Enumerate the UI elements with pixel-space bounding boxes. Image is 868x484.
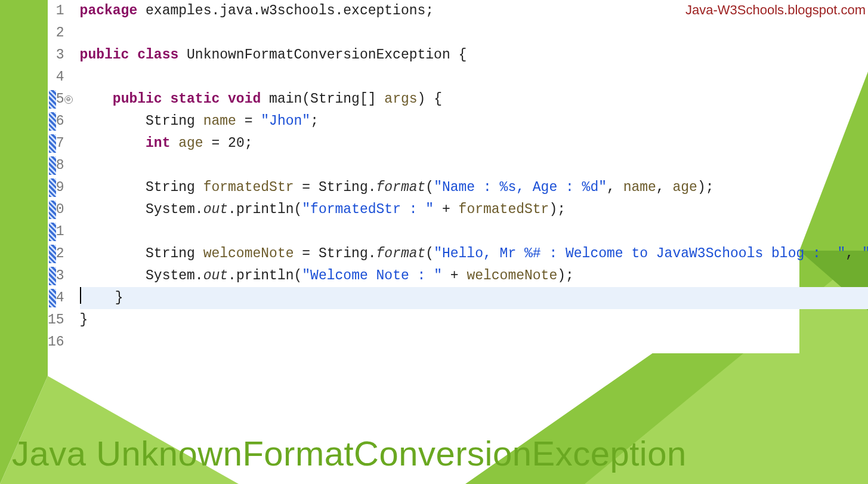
code-token: "Welcome Note : " bbox=[302, 268, 442, 283]
code-token: } bbox=[82, 290, 123, 306]
code-token: String bbox=[80, 246, 203, 261]
fold-icon[interactable]: ⊖ bbox=[64, 95, 73, 104]
code-token: ; bbox=[310, 113, 319, 129]
code-token: String bbox=[80, 180, 203, 195]
line-number: 11 bbox=[48, 221, 64, 243]
code-token: welcomeNote bbox=[467, 268, 557, 283]
code-token: , bbox=[845, 246, 862, 261]
code-token: System. bbox=[80, 202, 203, 217]
code-token bbox=[170, 135, 178, 151]
code-token: ( bbox=[425, 246, 434, 261]
code-token: main(String[] bbox=[261, 91, 384, 107]
line-number: 12 bbox=[48, 243, 64, 265]
code-token: "Hello, Mr %# : Welcome to JavaW3Schools… bbox=[434, 246, 845, 261]
code-line[interactable] bbox=[80, 66, 868, 88]
code-line[interactable]: String welcomeNote = String.format("Hell… bbox=[80, 243, 868, 265]
code-line[interactable] bbox=[80, 221, 868, 243]
line-number: 10 bbox=[48, 199, 64, 221]
code-token: "Billy" bbox=[862, 246, 868, 261]
line-number: 15 bbox=[48, 309, 64, 331]
code-token: , bbox=[607, 180, 623, 195]
code-token: out bbox=[203, 268, 228, 283]
code-token: + bbox=[434, 202, 458, 217]
code-token: .println( bbox=[228, 268, 302, 283]
code-token: = bbox=[236, 113, 261, 129]
code-token: ); bbox=[697, 180, 714, 195]
code-token: args bbox=[384, 91, 417, 107]
code-token: age bbox=[178, 135, 203, 151]
code-line[interactable]: String formatedStr = String.format("Name… bbox=[80, 177, 868, 199]
code-token: ); bbox=[557, 268, 574, 283]
code-token bbox=[80, 135, 146, 151]
code-token: "Jhon" bbox=[261, 113, 310, 129]
line-number: 5⊖ bbox=[48, 88, 64, 110]
code-token: format bbox=[376, 246, 426, 261]
line-number: 7 bbox=[48, 132, 64, 155]
line-number-gutter: 12345⊖678910111213141516 bbox=[48, 0, 69, 353]
line-number: 3 bbox=[48, 44, 64, 66]
line-number: 13 bbox=[48, 265, 64, 287]
line-number: 1 bbox=[48, 0, 64, 22]
code-token: out bbox=[203, 202, 228, 217]
code-line[interactable] bbox=[80, 155, 868, 177]
code-line[interactable]: System.out.println("formatedStr : " + fo… bbox=[80, 199, 868, 221]
code-token: System. bbox=[80, 268, 203, 283]
code-token: format bbox=[376, 180, 426, 195]
line-number: 8 bbox=[48, 155, 64, 177]
code-line[interactable]: System.out.println("Welcome Note : " + w… bbox=[80, 265, 868, 287]
slide-title: Java UnknownFormatConversionException bbox=[12, 433, 687, 473]
code-token: public static void bbox=[113, 91, 261, 107]
code-token: ); bbox=[549, 202, 566, 217]
code-token: public class bbox=[80, 47, 179, 63]
code-editor[interactable]: 12345⊖678910111213141516 package example… bbox=[48, 0, 799, 353]
code-token: "Name : %s, Age : %d" bbox=[434, 180, 607, 195]
code-token: String bbox=[80, 113, 203, 129]
code-token: examples.java.w3schools.exceptions; bbox=[137, 3, 434, 19]
line-number: 9 bbox=[48, 177, 64, 199]
code-line[interactable] bbox=[80, 22, 868, 44]
code-area[interactable]: package examples.java.w3schools.exceptio… bbox=[69, 0, 868, 353]
code-token: formatedStr bbox=[203, 180, 294, 195]
code-line[interactable]: } bbox=[80, 309, 868, 331]
code-line[interactable]: String name = "Jhon"; bbox=[80, 110, 868, 132]
code-line[interactable]: int age = 20; bbox=[80, 132, 868, 155]
code-line[interactable]: public static void main(String[] args) { bbox=[80, 88, 868, 110]
code-token: + bbox=[442, 268, 467, 283]
code-token: "formatedStr : " bbox=[302, 202, 434, 217]
code-token bbox=[80, 91, 113, 107]
code-token: package bbox=[80, 3, 138, 19]
code-line[interactable]: } bbox=[80, 287, 868, 309]
line-number: 2 bbox=[48, 22, 64, 44]
text-cursor bbox=[80, 287, 81, 304]
code-token: name bbox=[203, 113, 236, 129]
code-token: age bbox=[672, 180, 697, 195]
code-token: } bbox=[80, 312, 88, 328]
watermark-text: Java-W3Schools.blogspot.com bbox=[685, 2, 866, 18]
code-token: = String. bbox=[294, 246, 376, 261]
code-token: welcomeNote bbox=[203, 246, 294, 261]
line-number: 4 bbox=[48, 66, 64, 88]
code-line[interactable] bbox=[80, 331, 868, 353]
code-token: ( bbox=[425, 180, 434, 195]
code-token: name bbox=[623, 180, 656, 195]
code-line[interactable]: public class UnknownFormatConversionExce… bbox=[80, 44, 868, 66]
code-token: ) { bbox=[418, 91, 442, 107]
line-number: 6 bbox=[48, 110, 64, 132]
code-token: formatedStr bbox=[459, 202, 549, 217]
code-token: , bbox=[656, 180, 673, 195]
code-token: int bbox=[146, 135, 170, 151]
code-token: = String. bbox=[294, 180, 376, 195]
code-token: UnknownFormatConversionException { bbox=[178, 47, 467, 63]
line-number: 14 bbox=[48, 287, 64, 309]
code-token: = 20; bbox=[203, 135, 253, 151]
code-token: .println( bbox=[228, 202, 302, 217]
line-number: 16 bbox=[48, 331, 64, 353]
